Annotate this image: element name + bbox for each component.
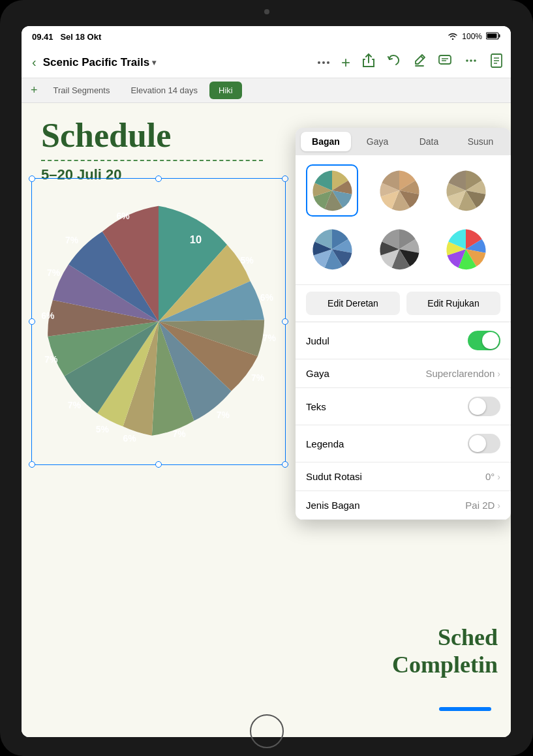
doc-bottom-right: Sched Completin [392, 624, 498, 678]
doc-sched-text-1: Sched [392, 624, 498, 651]
edit-buttons: Edit Deretan Edit Rujukan [296, 284, 511, 322]
chart-style-2[interactable] [373, 164, 425, 217]
chart-style-5[interactable] [373, 223, 425, 275]
ipad-frame: 09.41 Sel 18 Okt 100% [0, 0, 533, 756]
sudut-label: Sudut Rotasi [306, 471, 362, 482]
gaya-value-container: Superclarendon › [425, 368, 500, 379]
teks-toggle[interactable] [468, 397, 500, 416]
battery-percent: 100% [462, 32, 482, 41]
settings-row-teks: Teks [296, 388, 511, 425]
pie-chart-svg: 10 5% 6% 7% 7% 7% [35, 181, 282, 462]
settings-row-legenda: Legenda [296, 425, 511, 462]
pie-label-7: 7% [173, 429, 187, 439]
settings-section: Judul Gaya Superclarendon › [296, 322, 511, 520]
battery-icon [486, 31, 500, 42]
main-content: Schedule 5–20 Juli 20 10 5% 6% [22, 103, 511, 737]
legenda-label: Legenda [306, 438, 344, 449]
settings-row-jenis[interactable]: Jenis Bagan Pai 2D › [296, 491, 511, 520]
pie-label-10: 7% [68, 400, 82, 410]
toggle-knob-legenda [469, 435, 486, 452]
doc-divider [41, 160, 263, 161]
gaya-value: Superclarendon [425, 368, 495, 379]
toolbar-more-dots [318, 61, 329, 64]
scroll-bar[interactable] [439, 707, 491, 711]
add-sheet-button[interactable]: + [27, 81, 42, 100]
pie-label-8: 6% [123, 433, 137, 444]
pie-label-14: 7% [65, 235, 79, 245]
tab-trail-segments[interactable]: Trail Segments [44, 82, 119, 99]
panel-tab-bagan[interactable]: Bagan [301, 132, 351, 151]
panel-tab-gaya[interactable]: Gaya [352, 132, 403, 151]
gaya-label: Gaya [306, 368, 329, 379]
pie-label-6: 7% [217, 410, 230, 420]
pie-label-2: 5% [240, 255, 254, 265]
gaya-chevron-icon: › [497, 369, 500, 379]
panel-tab-susun[interactable]: Susun [455, 132, 506, 151]
chart-style-6[interactable] [440, 223, 492, 275]
pie-label-5: 7% [251, 372, 265, 383]
settings-row-sudut[interactable]: Sudut Rotasi 0° › [296, 462, 511, 491]
markup-button[interactable] [413, 53, 426, 71]
svg-rect-1 [499, 35, 500, 38]
format-panel: Bagan Gaya Data Susun [296, 128, 511, 520]
sudut-value: 0° [485, 471, 495, 482]
comment-button[interactable] [438, 54, 452, 70]
doc-icon[interactable] [490, 53, 503, 71]
chart-style-1[interactable] [306, 164, 358, 217]
sudut-value-container: 0° › [485, 471, 500, 482]
back-button[interactable]: ‹ [29, 52, 39, 72]
more-button[interactable] [464, 53, 478, 71]
pie-label-3: 6% [260, 292, 274, 303]
pie-label-15: 6% [116, 211, 130, 221]
pie-label-1: 10 [190, 234, 202, 245]
camera-dot [264, 9, 269, 14]
svg-point-7 [466, 59, 468, 62]
judul-label: Judul [306, 335, 329, 346]
judul-toggle[interactable] [468, 331, 500, 350]
pie-label-11: 7% [44, 354, 58, 365]
screen: 09.41 Sel 18 Okt 100% [22, 26, 511, 737]
jenis-value-container: Pai 2D › [465, 500, 500, 511]
toolbar-icons: + [318, 53, 503, 72]
undo-button[interactable] [387, 54, 401, 70]
status-time: 09.41 Sel 18 Okt [32, 32, 101, 42]
jenis-value: Pai 2D [465, 500, 495, 511]
pie-label-9: 5% [96, 424, 110, 434]
status-right: 100% [448, 31, 500, 42]
share-button[interactable] [362, 53, 375, 71]
svg-rect-2 [487, 34, 497, 38]
legenda-toggle[interactable] [468, 434, 500, 453]
tab-elevation[interactable]: Elevation 14 days [121, 82, 207, 99]
sheet-tabs: + Trail Segments Elevation 14 days Hiki [22, 78, 511, 103]
teks-label: Teks [306, 401, 326, 412]
chart-styles-grid [296, 155, 511, 284]
toggle-knob-teks [469, 398, 486, 415]
title-chevron-icon[interactable]: ▾ [152, 58, 156, 67]
chart-style-3[interactable] [440, 164, 492, 217]
svg-point-8 [470, 59, 472, 62]
doc-title: Scenic Pacific Trails ▾ [43, 56, 156, 69]
jenis-chevron-icon: › [497, 500, 500, 511]
edit-ref-button[interactable]: Edit Rujukan [406, 292, 500, 315]
home-button[interactable] [250, 714, 284, 748]
wifi-icon [448, 31, 458, 42]
pie-label-13: 7% [47, 267, 61, 278]
settings-row-gaya[interactable]: Gaya Superclarendon › [296, 359, 511, 388]
pie-label-4: 7% [263, 333, 277, 343]
jenis-label: Jenis Bagan [306, 500, 360, 511]
toolbar: ‹ Scenic Pacific Trails ▾ + [22, 47, 511, 78]
svg-rect-4 [439, 55, 451, 64]
tab-hiking[interactable]: Hiki [209, 82, 242, 99]
sudut-chevron-icon: › [497, 472, 500, 482]
settings-row-judul: Judul [296, 322, 511, 359]
chart-style-4[interactable] [306, 223, 358, 275]
toggle-knob-judul [482, 332, 499, 349]
pie-label-12: 6% [41, 310, 55, 321]
panel-tab-data[interactable]: Data [404, 132, 454, 151]
doc-sched-text-2: Completin [392, 651, 498, 678]
edit-row-button[interactable]: Edit Deretan [306, 292, 400, 315]
svg-point-9 [474, 59, 476, 62]
add-button[interactable]: + [341, 53, 350, 72]
status-bar: 09.41 Sel 18 Okt 100% [22, 26, 511, 47]
pie-chart-container[interactable]: 10 5% 6% 7% 7% 7% [35, 181, 282, 462]
